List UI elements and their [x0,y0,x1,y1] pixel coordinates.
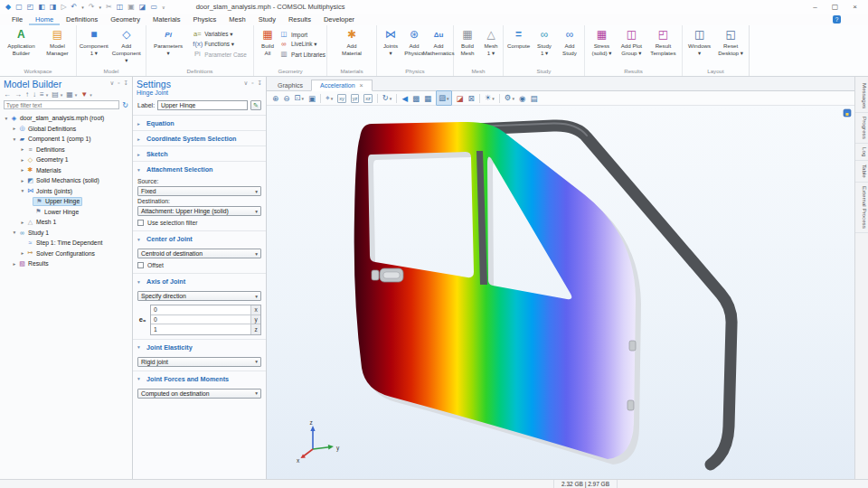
panel-pin-icon[interactable]: ↧ [124,80,128,87]
paste-icon[interactable]: ▣ [127,3,135,12]
lock-camera-icon[interactable]: ⊠ [468,92,475,105]
zoom-to-selection-icon[interactable]: ▣ [308,92,316,105]
zoom-out-icon[interactable]: ⊖ [283,92,289,105]
view-xz-icon[interactable]: xz [363,94,373,103]
joint-forces-dropdown[interactable]: Computed on destination ▾ [137,389,261,399]
tab-home[interactable]: Home [29,14,60,25]
source-dropdown[interactable]: Fixed ▾ [137,186,261,196]
tree-item-root[interactable]: ▾ ◈ door_slam_analysis.mph (root) [0,113,132,124]
panel-detach-icon[interactable]: ▫ [251,80,253,87]
copy-icon[interactable]: ◫ [117,3,124,12]
tree-item-global-definitions[interactable]: ▸ ◎ Global Definitions [0,124,132,135]
result-templates-button[interactable]: ◰ Result Templates [649,28,676,57]
side-tab-messages[interactable]: Messages [855,80,868,113]
component-1-button[interactable]: ■ Component 1 ▾ [79,28,109,57]
part-libraries-button[interactable]: ▥ Part Libraries [279,51,326,58]
parameter-case-button[interactable]: Pi Parameter Case [193,51,247,58]
import-button[interactable]: ◫ Import [279,31,326,38]
add-material-button[interactable]: ✱ Add Material [340,28,363,57]
view-xy-icon[interactable]: xy [337,94,346,103]
mesh-1-button[interactable]: △ Mesh 1 ▾ [479,28,503,57]
build-all-button[interactable]: ▦ Build All [256,28,279,57]
stress-solid-button[interactable]: ▦ Stress (solid) ▾ [590,28,613,57]
tab-physics[interactable]: Physics [187,14,223,25]
study-1-button[interactable]: ∞ Study 1 ▾ [533,28,556,57]
panel-collapse-icon[interactable]: ∨ [243,80,248,87]
use-selection-filter-checkbox[interactable] [137,220,144,226]
tab-study[interactable]: Study [252,14,282,25]
panel-pin-icon[interactable]: ↧ [258,80,262,87]
center-of-joint-dropdown[interactable]: Centroid of destination ▾ [137,249,261,258]
side-tab-log[interactable]: Log [855,144,868,161]
parameters-button[interactable]: Pi Parameters ▾ [153,28,184,57]
tab-mesh[interactable]: Mesh [222,14,251,25]
new-file-icon[interactable]: ▢ [15,3,23,12]
axis-of-joint-dropdown[interactable]: Specify direction ▾ [137,291,261,301]
delete-icon[interactable]: ▭ [150,3,157,12]
tree-item-mesh-1[interactable]: ▸ △ Mesh 1 [0,217,132,228]
section-center-of-joint[interactable]: ▾ Center of Joint [133,230,266,246]
transparency-icon[interactable]: ▩ [412,92,420,105]
model-tree-filter-icon[interactable]: ▼ [80,90,88,99]
rotate-view-icon[interactable]: ↻▾ [382,91,392,105]
tree-item-lower-hinge[interactable]: ⚑ Lower Hinge [0,207,132,218]
tree-item-component-1[interactable]: ▾ ▰ Component 1 (comp 1) [0,134,132,145]
undo-icon[interactable]: ↶ [71,3,78,12]
move-up-icon[interactable]: ↑ [25,90,29,99]
clip-plane-icon[interactable]: ◪ [457,92,464,105]
tab-results[interactable]: Results [282,14,317,25]
tree-item-study-1[interactable]: ▾ ∞ Study 1 [0,228,132,239]
redo-icon[interactable]: ↷ [89,3,95,12]
windows-button[interactable]: ◫ Windows ▾ [687,28,712,57]
default-view-icon[interactable]: ◀ [401,92,408,105]
open-file-icon[interactable]: ◰ [27,3,34,12]
compute-button[interactable]: = Compute [506,28,531,50]
tree-item-solver-configurations[interactable]: ▸ ↦ Solver Configurations [0,249,132,259]
panel-detach-icon[interactable]: ▫ [118,80,119,87]
add-component-button[interactable]: ◇ Add Component ▾ [109,28,144,64]
vector-y-input[interactable]: 0 [151,315,251,324]
minimize-button[interactable]: – [813,3,816,11]
livelink-button[interactable]: ∞ LiveLink ▾ [279,41,326,48]
tree-item-upper-hinge[interactable]: ⚑ Upper Hinge [0,196,132,207]
model-manager-button[interactable]: ▤ Model Manager [45,28,69,57]
node-group-icon[interactable]: ▤ [52,90,59,99]
maximize-button[interactable]: ▢ [832,3,839,11]
joint-elasticity-dropdown[interactable]: Rigid joint ▾ [137,357,261,367]
tab-graphics[interactable]: Graphics [269,80,311,90]
joints-button[interactable]: ⋈ Joints ▾ [379,28,402,57]
save-as-icon[interactable]: ◨ [50,3,57,12]
graphics-canvas[interactable]: z y x [267,106,854,479]
vector-x-input[interactable]: 0 [151,305,251,314]
build-mesh-button[interactable]: ▦ Build Mesh [456,28,479,57]
section-axis-of-joint[interactable]: ▾ Axis of Joint [133,273,266,288]
save-icon[interactable]: ◧ [38,3,45,12]
wireframe-icon[interactable]: ▦ [424,92,431,105]
collapse-all-icon[interactable]: ≡ [40,90,44,99]
nav-back-icon[interactable]: ← [4,90,11,99]
tree-item-joints[interactable]: ▾ ⋈ Joints (joints) [0,186,132,197]
duplicate-icon[interactable]: ◪ [139,3,146,12]
move-down-icon[interactable]: ↓ [33,90,36,99]
label-edit-button[interactable]: ✎ [250,100,261,110]
tree-item-results[interactable]: ▸ ▧ Results [0,258,132,269]
tree-view-icon[interactable]: ▦ [66,90,73,99]
section-equation[interactable]: ▸ Equation [133,115,266,130]
tree-item-materials[interactable]: ▸ ✱ Materials [0,165,132,176]
qat-customize-icon[interactable]: ∨ [162,3,165,12]
panel-collapse-icon[interactable]: ∨ [109,80,114,87]
section-coordinate-system-selection[interactable]: ▸ Coordinate System Selection [133,130,266,145]
undo-caret-icon[interactable]: ▾ [81,3,84,12]
tab-geometry[interactable]: Geometry [104,14,146,25]
redo-caret-icon[interactable]: ▾ [99,3,101,12]
section-joint-forces-and-moments[interactable]: ▾ Joint Forces and Moments [133,371,266,386]
offset-checkbox[interactable] [137,262,144,268]
graphics-preferences-icon[interactable]: ⚙▾ [505,91,514,105]
door-body[interactable] [354,122,636,459]
scene-light-icon[interactable]: ☀▾ [485,91,495,105]
color-plot-icon[interactable]: ▨▾ [436,90,452,106]
docked-window-icon[interactable] [844,109,851,117]
close-button[interactable]: × [853,3,857,11]
tree-item-definitions[interactable]: ▸ ≡ Definitions [0,145,132,155]
add-mathematics-button[interactable]: Δu Add Mathematics [426,28,451,57]
